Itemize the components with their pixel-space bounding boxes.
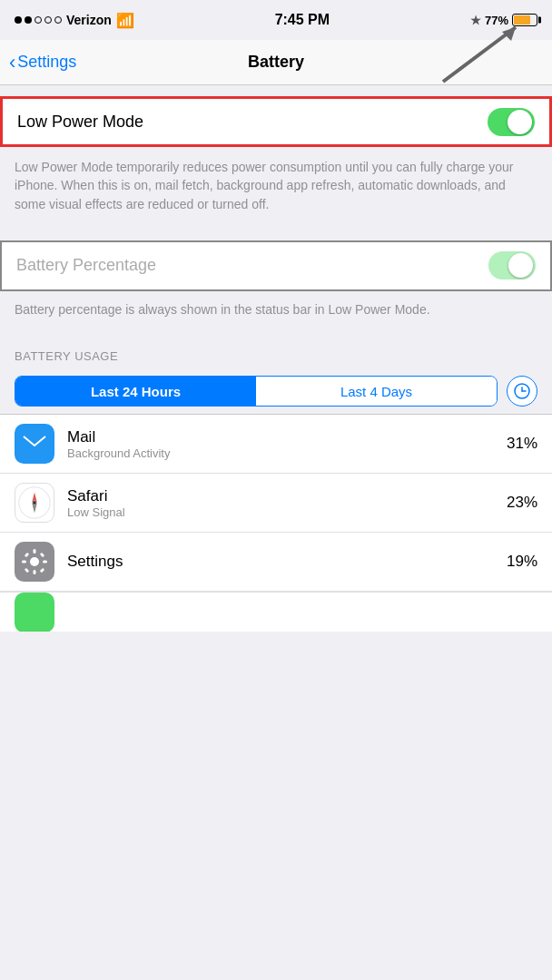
wifi-icon: 📶: [116, 12, 134, 29]
seg-btn-24h[interactable]: Last 24 Hours: [15, 377, 256, 406]
safari-app-name: Safari: [67, 487, 494, 505]
bluetooth-icon: ★: [470, 14, 481, 27]
partial-app-icon: [15, 593, 54, 632]
low-power-mode-toggle[interactable]: [488, 108, 535, 136]
svg-rect-15: [22, 561, 26, 564]
segmented-container: Last 24 Hours Last 4 Days: [0, 368, 552, 414]
battery-icon: [512, 14, 537, 26]
signal-dot-4: [44, 16, 52, 24]
signal-dots: [15, 16, 62, 24]
low-power-mode-description: Low Power Mode temporarily reduces power…: [0, 147, 552, 228]
mail-app-name: Mail: [67, 428, 494, 446]
signal-dot-2: [25, 16, 32, 24]
low-power-mode-row: Low Power Mode: [0, 96, 552, 147]
battery-percentage-toggle[interactable]: [488, 251, 536, 279]
safari-icon: [15, 483, 54, 523]
spacer2: [0, 333, 552, 342]
segmented-control: Last 24 Hours Last 4 Days: [15, 376, 498, 407]
svg-rect-19: [25, 568, 30, 573]
safari-app-sub: Low Signal: [67, 505, 494, 519]
status-left: Verizon 📶: [15, 12, 134, 29]
safari-app-icon: [15, 483, 54, 523]
low-power-mode-label: Low Power Mode: [17, 113, 143, 132]
battery-percent-label: 77%: [485, 14, 508, 27]
settings-app-percent: 19%: [507, 553, 537, 571]
status-bar: Verizon 📶 7:45 PM ★ 77%: [0, 0, 552, 40]
signal-dot-3: [34, 16, 42, 24]
battery-usage-header: BATTERY USAGE: [0, 342, 552, 368]
safari-app-info: Safari Low Signal: [67, 487, 494, 519]
mail-app-sub: Background Activity: [67, 446, 494, 460]
table-row: Safari Low Signal 23%: [0, 474, 552, 533]
svg-rect-20: [40, 568, 45, 573]
spacer1: [0, 228, 552, 240]
content: Low Power Mode Low Power Mode temporaril…: [0, 96, 552, 632]
carrier-label: Verizon: [66, 13, 112, 27]
table-row-partial: [0, 592, 552, 632]
table-row: Settings 19%: [0, 533, 552, 592]
clock-icon: [514, 383, 530, 399]
svg-point-11: [33, 501, 36, 505]
settings-app-icon: [15, 542, 54, 582]
safari-app-percent: 23%: [507, 494, 537, 512]
settings-app-name: Settings: [67, 553, 494, 571]
mail-app-icon: [15, 424, 54, 464]
battery-percentage-label: Battery Percentage: [16, 256, 156, 275]
svg-rect-17: [25, 553, 30, 558]
status-right: ★ 77%: [470, 14, 537, 27]
seg-btn-4d[interactable]: Last 4 Days: [256, 377, 497, 406]
toggle-knob-pct: [508, 253, 533, 278]
mail-app-percent: 31%: [507, 435, 537, 453]
signal-dot-5: [54, 16, 62, 24]
clock-button[interactable]: [507, 376, 537, 407]
page-title: Battery: [248, 53, 304, 72]
svg-rect-14: [34, 570, 36, 574]
back-label: Settings: [17, 53, 76, 72]
signal-dot-1: [15, 16, 22, 24]
battery-percentage-description: Battery percentage is always shown in th…: [0, 291, 552, 333]
mail-icon: [22, 435, 47, 453]
status-time: 7:45 PM: [275, 12, 330, 28]
svg-rect-18: [40, 553, 45, 558]
table-row: Mail Background Activity 31%: [0, 415, 552, 474]
mail-app-info: Mail Background Activity: [67, 428, 494, 460]
toggle-knob: [508, 110, 532, 134]
back-chevron-icon: ‹: [9, 53, 15, 73]
svg-rect-13: [34, 549, 36, 554]
battery-percentage-row: Battery Percentage: [0, 240, 552, 291]
svg-point-12: [30, 557, 39, 566]
back-button[interactable]: ‹ Settings: [9, 53, 76, 73]
gear-icon: [21, 548, 48, 575]
svg-rect-16: [43, 561, 47, 564]
nav-bar: ‹ Settings Battery: [0, 40, 552, 85]
settings-app-info: Settings: [67, 553, 494, 571]
app-list: Mail Background Activity 31% S: [0, 414, 552, 632]
